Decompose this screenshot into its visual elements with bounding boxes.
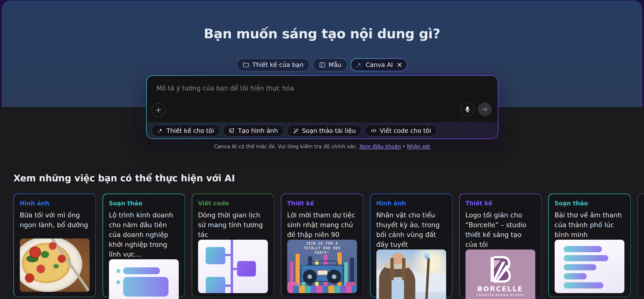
tab-label: Canva AI: [366, 61, 393, 68]
prompt-input[interactable]: [147, 76, 498, 113]
card-title: Bài thơ về âm thanh của thành phố lúc bì…: [554, 210, 624, 240]
card-business-roadmap[interactable]: Soạn thảo Lộ trình kinh doanh cho năm đầ…: [103, 194, 185, 297]
mode-tabs: Thiết kế của bạn Mẫu C: [2, 58, 642, 71]
card-category: Hình ảnh: [376, 200, 446, 207]
fantasy-character-image: [376, 249, 446, 299]
90s-party-poster-image: JOIN US FOR A TOTALLY RAD 90S PARTY!: [287, 240, 357, 293]
card-category: Soạn thảo: [554, 200, 624, 207]
card-city-dawn-poem[interactable]: Soạn thảo Bài thơ về âm thanh của thành …: [549, 194, 630, 297]
section-heading: Xem những việc bạn có thể thực hiện với …: [14, 173, 235, 184]
card-fantasy-character[interactable]: Hình ảnh Nhân vật cho tiểu thuyết kỳ ảo,…: [370, 194, 452, 297]
voice-input-button[interactable]: [460, 102, 474, 116]
feedback-link[interactable]: Nhận xét: [407, 144, 430, 150]
card-category: Thiết kế: [287, 200, 357, 207]
sparkle-icon: [157, 127, 164, 134]
arrow-right-icon: [482, 106, 488, 113]
chip-design-for-me[interactable]: Thiết kế cho tôi: [152, 125, 220, 137]
quick-actions-strip: Thiết kế cho tôi Tạo hình ảnh: [147, 122, 498, 138]
poster-text: JOIN US FOR A TOTALLY RAD 90S PARTY!: [287, 241, 357, 255]
tab-label: Mẫu: [328, 61, 342, 68]
prompt-panel: Thiết kế cho tôi Tạo hình ảnh: [146, 75, 498, 139]
microphone-icon: [464, 106, 471, 113]
chip-write-code[interactable]: Viết code cho tôi: [365, 125, 437, 137]
card-partial[interactable]: [638, 194, 644, 297]
logo-tagline: CREATIVE DESIGN STUDIO: [476, 293, 524, 296]
card-category: Soạn thảo: [109, 200, 179, 207]
card-title: Lộ trình kinh doanh cho năm đầu tiên của…: [109, 210, 179, 259]
terms-link[interactable]: Xem điều khoản: [359, 144, 401, 150]
pasta-dinner-image: [20, 238, 90, 292]
borcelle-logo-image: BORCELLE CREATIVE DESIGN STUDIO: [466, 249, 535, 299]
card-90s-party-invite[interactable]: Thiết kế Lời mời tham dự tiệc sinh nhật …: [281, 194, 363, 297]
plus-icon: [155, 106, 162, 114]
logo-name: BORCELLE: [477, 285, 523, 293]
chip-draft-document[interactable]: Soạn thảo tài liệu: [287, 125, 362, 137]
flowchart-illustration: [198, 240, 268, 293]
card-pasta-dinner[interactable]: Hình ảnh Bữa tối với mì ống ngon lành, b…: [14, 194, 96, 297]
add-attachment-button[interactable]: [152, 103, 165, 117]
ai-disclaimer: Canva AI có thể mắc lỗi. Vui lòng kiểm t…: [0, 144, 644, 150]
page-title: Bạn muốn sáng tạo nội dung gì?: [2, 26, 642, 42]
suggestion-cards: Hình ảnh Bữa tối với mì ống ngon lành, b…: [14, 194, 644, 297]
card-history-timeline[interactable]: Viết code Dòng thời gian lịch sử mang tí…: [192, 194, 274, 297]
image-sparkle-icon: [229, 127, 235, 134]
card-title: Nhân vật cho tiểu thuyết kỳ ảo, trong bố…: [376, 210, 446, 249]
card-title: Bữa tối với mì ống ngon lành, bổ dưỡng: [20, 210, 90, 230]
code-icon: [370, 127, 377, 134]
send-button[interactable]: [478, 102, 492, 116]
poem-lines-image: [554, 240, 624, 293]
sparkle-icon: [356, 62, 363, 68]
tab-your-designs[interactable]: Thiết kế của bạn: [236, 58, 310, 71]
card-title: Dòng thời gian lịch sử mang tính tương t…: [198, 210, 268, 240]
card-title: Logo tối giản cho “Borcelle” – studio th…: [466, 210, 535, 249]
card-category: Viết code: [198, 200, 268, 207]
tab-label: Thiết kế của bạn: [252, 61, 304, 68]
tab-templates[interactable]: Mẫu: [313, 58, 348, 71]
close-icon[interactable]: ✕: [397, 62, 402, 68]
document-illustration: [109, 259, 179, 299]
chip-generate-image[interactable]: Tạo hình ảnh: [223, 125, 284, 137]
folder-icon: [243, 62, 250, 68]
tab-canva-ai[interactable]: Canva AI ✕: [350, 58, 408, 71]
card-borcelle-logo[interactable]: Thiết kế Logo tối giản cho “Borcelle” – …: [460, 194, 541, 297]
card-title: Lời mời tham dự tiệc sinh nhật mang chủ …: [287, 210, 357, 240]
pencil-sparkle-icon: [292, 127, 299, 134]
borcelle-b-mark: [488, 256, 513, 282]
card-category: Thiết kế: [466, 200, 535, 207]
card-category: Hình ảnh: [20, 200, 90, 207]
template-icon: [319, 62, 326, 68]
